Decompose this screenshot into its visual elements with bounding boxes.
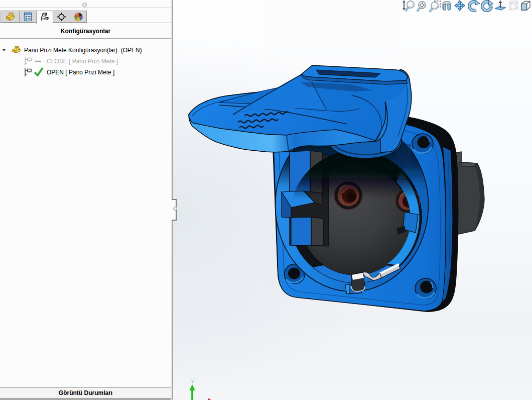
svg-text:Y: Y xyxy=(191,379,194,384)
